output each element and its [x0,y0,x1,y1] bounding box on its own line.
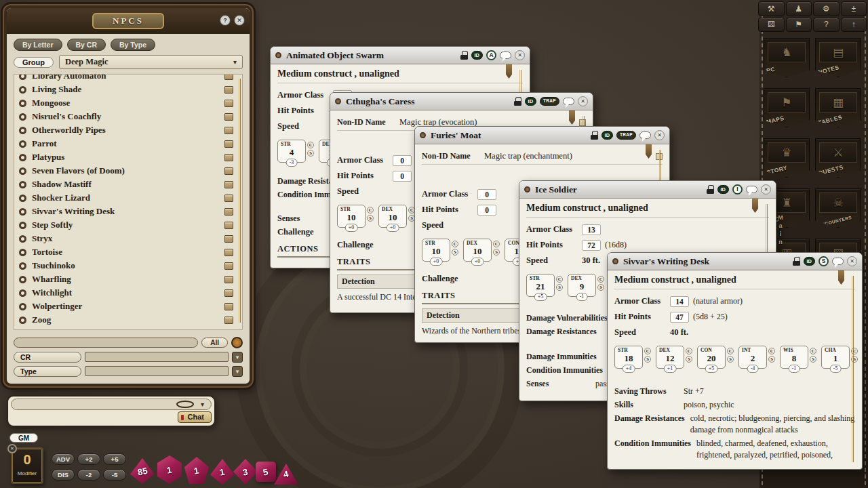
tool-hammer-button[interactable]: ⚒ [758,1,785,16]
dis-button[interactable]: DIS [52,469,75,481]
npc-link-icon[interactable] [224,140,233,148]
d6-die[interactable]: 5 [256,462,276,482]
ability-check-button[interactable]: C [493,241,500,247]
hit-points-value[interactable]: 72 [582,240,601,251]
scrollbar[interactable] [239,79,241,323]
npc-link-icon[interactable] [224,222,233,229]
window-header[interactable]: Cthugha's CaressIDTRAP✕ [330,93,593,110]
npc-link-icon[interactable] [224,195,233,202]
lock-icon[interactable] [460,51,468,60]
modifier-box[interactable]: ✕ 0 Modifier [11,447,43,484]
lock-icon[interactable] [793,257,800,266]
all-filter-button[interactable]: All [201,338,228,348]
ability-box[interactable]: STR10+0 [337,205,366,228]
id-badge[interactable]: ID [804,257,816,266]
ability-check-button[interactable]: C [597,276,604,283]
npc-link-icon[interactable] [224,317,233,324]
nonid-name-value[interactable]: Magic trap (enchantment) [484,151,572,161]
5-button[interactable]: +5 [103,453,126,465]
armor-class-value[interactable]: 14 [670,296,689,307]
close-button[interactable]: ✕ [761,184,771,195]
edit-button[interactable] [231,337,243,348]
chat-bubble-icon[interactable] [500,52,511,59]
npc-link-icon[interactable] [224,303,233,310]
tab-by-letter[interactable]: By Letter [14,39,62,51]
id-badge[interactable]: ID [525,97,537,106]
tool-help-button[interactable]: ? [813,18,840,33]
close-button[interactable]: ✕ [234,15,245,26]
sidebar-banner-tables[interactable]: ▦TABLES [815,88,861,127]
ability-box[interactable]: STR10+0 [422,239,450,262]
help-button[interactable]: ? [220,15,231,26]
ability-save-button[interactable]: S [768,356,775,363]
chat-bubble-icon[interactable] [563,98,574,105]
list-item[interactable]: Nisruel's Coachfly [16,110,240,123]
list-item[interactable]: Parrot [16,137,240,150]
list-item[interactable]: Sivvar's Writing Desk [16,205,240,218]
npc-link-icon[interactable] [224,154,233,161]
ability-check-button[interactable]: C [810,348,816,354]
list-item[interactable]: Seven Flavors (of Doom) [16,164,240,178]
tool-flag-button[interactable]: ⚑ [786,18,812,33]
list-item[interactable]: Zoog [16,313,240,327]
hit-points-value[interactable]: 0 [477,205,496,216]
tool-characters-button[interactable]: ♟ [786,1,812,16]
ability-check-button[interactable]: C [367,207,374,214]
cr-dropdown-button[interactable]: ▾ [232,352,243,363]
ability-check-button[interactable]: C [452,241,458,247]
ability-save-button[interactable]: S [367,215,374,222]
window-header[interactable]: Furies' MoatIDTRAP✕ [415,127,669,144]
5-button[interactable]: -5 [103,469,126,481]
chat-bubble-icon[interactable] [832,258,844,265]
speed-value[interactable]: 40 ft. [670,327,688,338]
cr-filter-input[interactable] [85,352,229,362]
ability-box[interactable]: CHA1-5 [821,346,850,369]
ability-save-button[interactable]: S [493,249,500,256]
id-badge[interactable]: ID [601,131,614,140]
close-button[interactable]: ✕ [847,256,857,266]
list-item[interactable]: Step Softly [16,218,240,232]
ability-box[interactable]: STR4-3 [277,140,306,163]
sidebar-banner-maps[interactable]: ⚑MAPS [764,88,810,127]
sidebar-banner-quests[interactable]: ⚔QUESTS [815,138,861,178]
npc-link-icon[interactable] [224,181,233,188]
list-item[interactable]: Shocker Lizard [16,191,240,205]
npc-link-icon[interactable] [224,113,233,121]
id-badge[interactable]: ID [471,51,484,60]
ability-check-button[interactable]: C [644,348,651,354]
ability-box[interactable]: STR21+5 [526,274,555,297]
npc-link-icon[interactable] [224,249,233,256]
window-header[interactable]: Sivvar's Writing DeskIDS✕ [608,253,862,270]
ability-save-button[interactable]: S [686,356,692,363]
list-item[interactable]: Wharfling [16,272,240,286]
condition-immunities-value[interactable]: blinded, charmed, deafened, exhaustion, … [696,438,855,461]
npc-link-icon[interactable] [224,100,233,107]
ability-check-button[interactable]: C [686,348,692,354]
ability-box[interactable]: STR18+4 [614,346,643,369]
lock-icon[interactable] [707,185,714,194]
tool-modifiers-button[interactable]: ± [841,1,867,16]
close-button[interactable]: ✕ [654,130,665,140]
ability-check-button[interactable]: C [727,348,734,354]
armor-class-value[interactable]: 0 [477,189,496,200]
speed-value[interactable]: 30 ft. [582,256,600,266]
tool-dice-button[interactable]: ⚄ [758,18,785,33]
ability-save-button[interactable]: S [810,356,816,363]
chat-bubble-icon[interactable] [639,131,651,139]
ability-box[interactable]: DEX9-1 [568,274,596,297]
ability-check-button[interactable]: C [307,142,314,148]
search-input[interactable] [14,338,198,348]
ability-save-button[interactable]: S [727,356,734,363]
ability-box[interactable]: DEX10+0 [378,205,407,228]
chat-input[interactable] [11,412,176,422]
ability-check-button[interactable]: C [768,348,775,354]
window-header[interactable]: Animated Object SwarmIDA✕ [271,47,530,64]
damage-resistances-value[interactable]: cold, necrotic; bludgeoning, piercing, a… [690,413,855,436]
ability-box[interactable]: DEX10+0 [463,239,492,262]
ability-box[interactable]: DEX12+1 [656,346,684,369]
list-item[interactable]: Witchlight [16,286,240,300]
list-item[interactable]: Otherworldly Pipes [16,123,240,137]
type-dropdown-button[interactable]: ▾ [232,366,243,377]
list-item[interactable]: Stryx [16,232,240,245]
armor-class-value[interactable]: 13 [582,224,601,235]
